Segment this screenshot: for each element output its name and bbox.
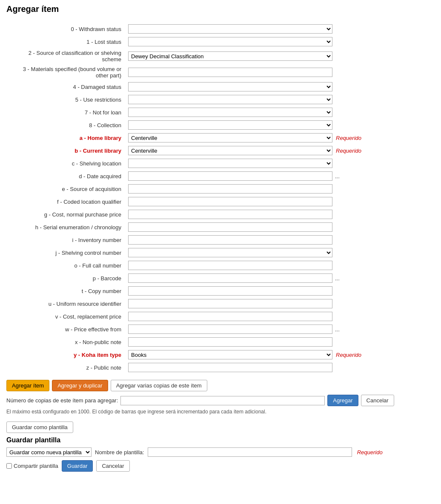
select-damaged[interactable] [128,82,332,91]
label-current_library: b - Current library [6,144,126,157]
label-not_for_loan: 7 - Not for loan [6,106,126,119]
page-title: Agregar ítem [6,4,435,14]
input-copy_number[interactable] [128,286,332,296]
template-row: Guardar como nueva plantilla Nombre de p… [6,447,435,472]
template-select[interactable]: Guardar como nueva plantilla [6,447,92,457]
input-cell-barcode: ... [126,272,435,285]
input-cell-date_acquired: ... [126,170,435,182]
select-classification[interactable]: Dewey Decimal Classification [128,51,332,61]
template-required-text: Requerido [357,449,383,456]
action-buttons: Agregar ítem Agregar y duplicar Agregar … [6,380,435,391]
ellipsis-price_effective[interactable]: ... [335,326,340,333]
input-public_note[interactable] [128,363,332,372]
ellipsis-date_acquired[interactable]: ... [335,173,340,179]
label-collection: 8 - Collection [6,119,126,131]
input-cell-shelving_control [126,246,435,259]
input-cell-price_effective: ... [126,323,435,336]
info-text: El máximo está configurado en 1000. El c… [6,409,435,415]
label-lost: 1 - Lost status [6,35,126,48]
input-materials[interactable] [128,68,332,77]
input-cell-classification: Dewey Decimal Classification [126,48,435,64]
input-date_acquired[interactable] [128,171,332,181]
select-withdrawn[interactable] [128,24,332,34]
label-barcode: p - Barcode [6,272,126,285]
required-home_library: Requerido [336,135,361,141]
save-template-heading: Guardar plantilla [6,436,435,444]
input-cell-home_library: CentervilleRequerido [126,131,435,144]
guardar-button[interactable]: Guardar [62,460,93,472]
save-template-section: Guardar como plantilla Guardar plantilla… [6,421,435,472]
input-cost_normal[interactable] [128,210,332,219]
template-name-label: Nombre de plantilla: [95,449,144,456]
input-coded_location[interactable] [128,197,332,206]
label-cost_normal: g - Cost, normal purchase price [6,208,126,221]
add-duplicate-button[interactable]: Agregar y duplicar [52,380,108,391]
label-uri: u - Uniform resource identifier [6,297,126,310]
input-barcode[interactable] [128,273,332,283]
label-price_effective: w - Price effective from [6,323,126,336]
cancelar-button[interactable]: Cancelar [96,460,129,472]
label-cost_replacement: v - Cost, replacement price [6,310,126,323]
select-lost[interactable] [128,37,332,46]
label-materials: 3 - Materials specified (bound volume or… [6,64,126,80]
input-price_effective[interactable] [128,325,332,334]
copies-label: Número de copias de este ítem para agreg… [6,397,118,404]
label-non_public_note: x - Non-public note [6,336,126,348]
label-use_restrictions: 5 - Use restrictions [6,93,126,106]
label-coded_location: f - Coded location qualifier [6,195,126,208]
input-cell-serial_enum [126,221,435,233]
input-cell-lost [126,35,435,48]
input-inventory_number[interactable] [128,235,332,245]
input-cell-materials [126,64,435,80]
select-koha_item_type[interactable]: Books [128,350,332,359]
label-copy_number: t - Copy number [6,285,126,297]
add-item-button[interactable]: Agregar ítem [6,380,49,391]
required-koha_item_type: Requerido [336,352,361,358]
input-cell-full_call_number [126,259,435,272]
label-date_acquired: d - Date acquired [6,170,126,182]
input-uri[interactable] [128,299,332,308]
input-cell-non_public_note [126,336,435,348]
input-cell-copy_number [126,285,435,297]
input-cell-damaged [126,80,435,93]
save-template-button[interactable]: Guardar como plantilla [6,421,73,433]
input-cell-not_for_loan [126,106,435,119]
select-home_library[interactable]: Centerville [128,133,332,142]
label-koha_item_type: y - Koha item type [6,348,126,361]
copies-row: Número de copias de este ítem para agreg… [6,395,435,406]
select-shelving_control[interactable] [128,248,332,257]
label-damaged: 4 - Damaged status [6,80,126,93]
select-not_for_loan[interactable] [128,108,332,117]
ellipsis-barcode[interactable]: ... [335,275,340,282]
input-cost_replacement[interactable] [128,312,332,321]
share-template-checkbox[interactable] [6,463,12,469]
input-cell-cost_replacement [126,310,435,323]
label-withdrawn: 0 - Withdrawn status [6,23,126,35]
label-classification: 2 - Source of classification or shelving… [6,48,126,64]
add-copies-button[interactable]: Agregar varias copias de este ítem [111,380,207,391]
label-shelving_location: c - Shelving location [6,157,126,170]
label-public_note: z - Public note [6,361,126,374]
select-collection[interactable] [128,120,332,130]
input-cell-uri [126,297,435,310]
input-serial_enum[interactable] [128,222,332,232]
item-form-table: 0 - Withdrawn status1 - Lost status2 - S… [6,23,435,374]
input-source_acquisition[interactable] [128,184,332,194]
label-inventory_number: i - Inventory number [6,233,126,246]
copies-input[interactable] [120,396,325,405]
input-cell-koha_item_type: BooksRequerido [126,348,435,361]
label-full_call_number: o - Full call number [6,259,126,272]
input-non_public_note[interactable] [128,337,332,347]
add-copies-submit-button[interactable]: Agregar [327,395,358,406]
label-shelving_control: j - Shelving control number [6,246,126,259]
input-full_call_number[interactable] [128,261,332,270]
select-current_library[interactable]: Centerville [128,146,332,155]
select-shelving_location[interactable] [128,159,332,168]
select-use_restrictions[interactable] [128,95,332,104]
template-name-input[interactable] [148,447,352,457]
input-cell-public_note [126,361,435,374]
required-current_library: Requerido [336,148,361,154]
cancel-copies-button[interactable]: Cancelar [361,395,394,406]
input-cell-current_library: CentervilleRequerido [126,144,435,157]
input-cell-withdrawn [126,23,435,35]
